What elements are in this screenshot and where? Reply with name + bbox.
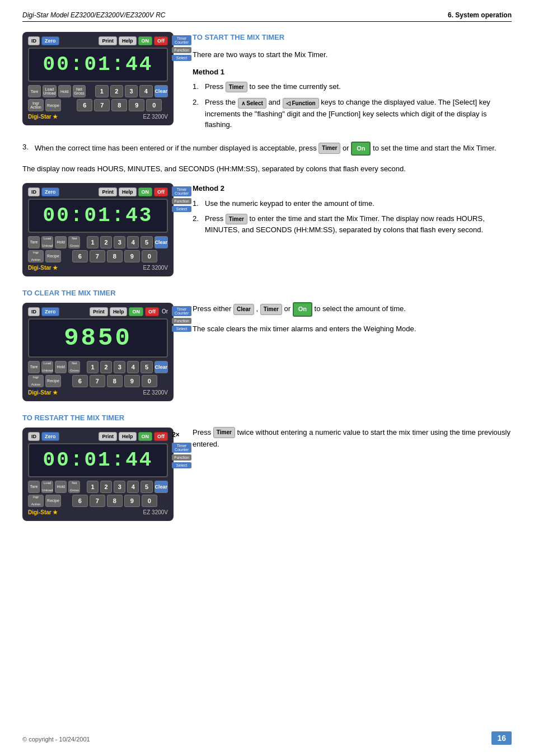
key-2-3[interactable]: 2: [100, 361, 112, 373]
timer-inline-btn-5[interactable]: Timer: [213, 427, 235, 438]
key-3-4[interactable]: 3: [114, 481, 125, 493]
key-5-3[interactable]: 5: [140, 361, 152, 373]
key-3-2[interactable]: 3: [114, 236, 125, 248]
on-btn-1[interactable]: ON: [138, 36, 153, 45]
key-4-2[interactable]: 4: [127, 236, 139, 248]
load-unload-key-2[interactable]: LoadUnload: [41, 236, 53, 248]
print-btn[interactable]: Print: [99, 36, 117, 45]
key-4-4[interactable]: 4: [127, 481, 139, 493]
select-btn-side-2[interactable]: Select: [172, 206, 191, 212]
print-btn-4[interactable]: Print: [99, 432, 117, 441]
help-btn-4[interactable]: Help: [119, 432, 137, 441]
id-btn-3[interactable]: ID: [28, 307, 40, 316]
on-btn-4[interactable]: ON: [138, 432, 153, 441]
load-unload-key[interactable]: LoadUnload: [43, 85, 56, 97]
key-1[interactable]: 1: [95, 85, 108, 97]
function-btn-side[interactable]: Function: [172, 47, 191, 53]
clear-key-1[interactable]: Clear: [154, 85, 168, 97]
on-inline-btn-2[interactable]: On: [293, 302, 312, 317]
hold-key[interactable]: Hold: [58, 85, 71, 97]
recipe-key-2[interactable]: Recipe: [45, 250, 61, 262]
key-5-2[interactable]: 5: [140, 236, 152, 248]
on-inline-btn-1[interactable]: On: [351, 142, 371, 156]
key-1-3[interactable]: 1: [87, 361, 99, 373]
id-btn-4[interactable]: ID: [28, 432, 40, 441]
function-btn-side-4[interactable]: Function: [172, 454, 191, 461]
on-btn-2[interactable]: ON: [138, 187, 153, 196]
id-btn[interactable]: ID: [28, 36, 40, 45]
timer-inline-btn-1[interactable]: Timer: [226, 82, 247, 92]
zero-btn-2[interactable]: Zero: [41, 187, 59, 196]
tare-key[interactable]: Tare: [28, 85, 41, 97]
timer-counter-btn-4[interactable]: TimerCounter: [172, 443, 191, 453]
load-unload-key-4[interactable]: LoadUnload: [41, 481, 53, 493]
key-4[interactable]: 4: [139, 85, 152, 97]
id-btn-2[interactable]: ID: [28, 187, 40, 196]
timer-inline-btn-2[interactable]: Timer: [318, 143, 340, 154]
key-7-4[interactable]: 7: [90, 495, 105, 507]
ingr-action-key-3[interactable]: IngrAction: [28, 375, 44, 387]
select-inline-btn[interactable]: ∧ Select: [238, 98, 266, 109]
off-btn-1[interactable]: Off: [154, 36, 168, 45]
key-2-2[interactable]: 2: [100, 236, 112, 248]
function-btn-side-3[interactable]: Function: [172, 318, 191, 324]
off-btn-3[interactable]: Off: [145, 307, 159, 316]
clear-inline-btn[interactable]: Clear: [233, 304, 254, 315]
tare-key-4[interactable]: Tare: [28, 481, 40, 493]
key-1-4[interactable]: 1: [87, 481, 99, 493]
tare-key-3[interactable]: Tare: [28, 361, 40, 373]
key-0-4[interactable]: 0: [142, 495, 157, 507]
print-btn-2[interactable]: Print: [99, 187, 117, 196]
hold-key-3[interactable]: Hold: [55, 361, 67, 373]
recipe-key-4[interactable]: Recipe: [45, 495, 61, 507]
recipe-key[interactable]: Recipe: [45, 99, 61, 111]
key-0-3[interactable]: 0: [142, 375, 157, 387]
key-6-2[interactable]: 6: [72, 250, 88, 262]
zero-btn-3[interactable]: Zero: [41, 307, 59, 316]
help-btn-3[interactable]: Help: [110, 307, 128, 316]
timer-counter-btn-3[interactable]: TimerCounter: [172, 306, 191, 316]
recipe-key-3[interactable]: Recipe: [45, 375, 61, 387]
select-btn-side-3[interactable]: Select: [172, 326, 191, 332]
hold-key-4[interactable]: Hold: [55, 481, 67, 493]
help-btn[interactable]: Help: [119, 36, 137, 45]
net-gross-key[interactable]: NetGross: [73, 85, 86, 97]
key-9[interactable]: 9: [129, 99, 144, 111]
key-8-3[interactable]: 8: [107, 375, 123, 387]
select-btn-side-4[interactable]: Select: [172, 462, 191, 468]
off-btn-4[interactable]: Off: [154, 432, 168, 441]
function-btn-side-2[interactable]: Function: [172, 198, 191, 204]
key-8-2[interactable]: 8: [107, 250, 123, 262]
key-6-4[interactable]: 6: [72, 495, 88, 507]
on-btn-3[interactable]: ON: [129, 307, 143, 316]
clear-key-4[interactable]: Clear: [154, 481, 168, 493]
key-2[interactable]: 2: [110, 85, 123, 97]
key-7-3[interactable]: 7: [90, 375, 105, 387]
clear-key-3[interactable]: Clear: [154, 361, 168, 373]
timer-inline-btn-4[interactable]: Timer: [260, 304, 282, 315]
ingr-action-key-2[interactable]: IngrAction: [28, 250, 44, 262]
key-7-2[interactable]: 7: [90, 250, 105, 262]
key-3[interactable]: 3: [125, 85, 138, 97]
function-inline-btn[interactable]: ◁ Function: [283, 98, 319, 109]
load-unload-key-3[interactable]: LoadUnload: [41, 361, 53, 373]
clear-key-2[interactable]: Clear: [154, 236, 168, 248]
key-6[interactable]: 6: [77, 99, 92, 111]
key-0[interactable]: 0: [146, 99, 162, 111]
hold-key-2[interactable]: Hold: [55, 236, 67, 248]
select-btn-side[interactable]: Select: [172, 55, 191, 61]
key-3-3[interactable]: 3: [114, 361, 125, 373]
key-7[interactable]: 7: [94, 99, 110, 111]
key-9-2[interactable]: 9: [124, 250, 140, 262]
key-1-2[interactable]: 1: [87, 236, 99, 248]
key-5-4[interactable]: 5: [140, 481, 152, 493]
off-btn-2[interactable]: Off: [154, 187, 168, 196]
key-9-3[interactable]: 9: [124, 375, 140, 387]
tare-key-2[interactable]: Tare: [28, 236, 40, 248]
net-gross-key-4[interactable]: NetGross: [68, 481, 80, 493]
key-4-3[interactable]: 4: [127, 361, 139, 373]
key-2-4[interactable]: 2: [100, 481, 112, 493]
ingr-action-key[interactable]: IngrAction: [28, 99, 44, 111]
net-gross-key-2[interactable]: NetGross: [68, 236, 80, 248]
key-6-3[interactable]: 6: [72, 375, 88, 387]
